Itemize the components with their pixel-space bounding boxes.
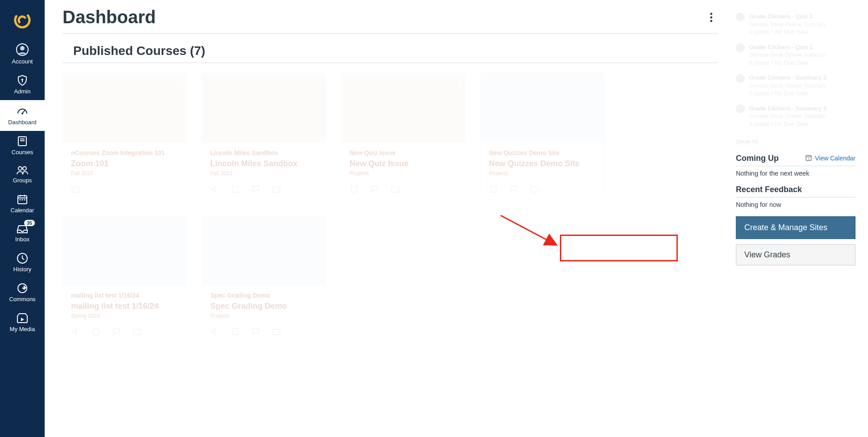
svg-point-45 <box>180 229 182 231</box>
announcement-icon[interactable] <box>71 327 80 336</box>
svg-point-30 <box>319 87 321 88</box>
svg-point-39 <box>598 84 600 86</box>
svg-point-49 <box>319 227 321 228</box>
card-options-icon[interactable] <box>180 81 182 90</box>
discussion-icon[interactable] <box>251 185 260 193</box>
todo-title: Grade Clickers - Summary 2 <box>749 74 826 82</box>
nav-calendar[interactable]: Calendar <box>0 189 45 219</box>
svg-point-34 <box>459 84 460 86</box>
nav-label: My Media <box>0 326 45 332</box>
recent-feedback-body: Nothing for now <box>736 201 855 208</box>
content-column: Dashboard Published Courses (7) nCourses… <box>63 7 736 437</box>
todo-item[interactable]: Grade Clickers - Quiz 1Service Desk Onli… <box>736 40 855 71</box>
folder-icon[interactable] <box>272 327 281 336</box>
global-nav: Account Admin Dashboard Courses Groups C… <box>0 0 45 437</box>
view-calendar-link[interactable]: 3 View Calendar <box>805 154 855 163</box>
assignment-icon[interactable] <box>231 185 240 193</box>
todo-item[interactable]: Grade Clickers - Quiz 1Service Desk Onli… <box>736 9 855 40</box>
card-subtitle: New Quiz Issue <box>350 159 457 168</box>
nav-label: Account <box>0 58 45 65</box>
nav-label: History <box>0 266 45 273</box>
show-all-link[interactable]: Show All <box>736 138 855 145</box>
course-card[interactable]: New Quizzes Demo Site New Quizzes Demo S… <box>480 73 605 200</box>
course-card[interactable]: nCourses Zoom Integration 101 Zoom 101 F… <box>63 73 187 200</box>
assignment-icon[interactable] <box>231 327 240 336</box>
card-options-icon[interactable] <box>598 81 600 90</box>
folder-icon[interactable] <box>530 185 539 193</box>
assignment-icon[interactable] <box>92 327 100 336</box>
assignment-icon[interactable] <box>350 185 359 193</box>
svg-point-33 <box>459 81 460 83</box>
folder-icon[interactable] <box>272 185 281 193</box>
svg-rect-52 <box>273 329 280 335</box>
svg-point-48 <box>319 224 321 226</box>
nav-my-media[interactable]: My Media <box>0 308 45 338</box>
nav-commons[interactable]: Commons <box>0 278 45 308</box>
card-options-icon[interactable] <box>180 224 182 233</box>
course-card[interactable]: Spec Grading Demo Spec Grading Demo Proj… <box>202 215 326 343</box>
card-term: Fall 2023 <box>210 170 317 176</box>
nav-label: Dashboard <box>0 119 45 126</box>
card-options-icon[interactable] <box>319 81 321 90</box>
card-options-icon[interactable] <box>459 81 460 90</box>
main: Dashboard Published Courses (7) nCourses… <box>45 0 868 437</box>
card-footer <box>202 324 326 342</box>
page-title: Dashboard <box>63 7 156 27</box>
discussion-icon[interactable] <box>509 185 518 193</box>
nav-account[interactable]: Account <box>0 38 45 70</box>
course-card[interactable]: Lincoln Miles Sandbox Lincoln Miles Sand… <box>202 73 326 200</box>
nav-groups[interactable]: Groups <box>0 161 45 189</box>
svg-point-24 <box>180 81 182 83</box>
dashboard-options-button[interactable] <box>705 11 718 24</box>
nav-history[interactable]: History <box>0 248 45 278</box>
todo-title: Grade Clickers - Quiz 1 <box>749 13 826 21</box>
svg-rect-51 <box>233 328 238 335</box>
course-card[interactable]: New Quiz Issue New Quiz Issue Projects <box>341 73 465 200</box>
card-title: Lincoln Miles Sandbox <box>210 149 317 156</box>
todo-dot-icon <box>736 43 745 52</box>
calendar-small-icon: 3 <box>805 154 812 163</box>
inbox-badge: 35 <box>24 220 35 226</box>
create-manage-sites-button[interactable]: Create & Manage Sites <box>736 216 855 239</box>
nav-label: Admin <box>0 88 45 95</box>
todo-dot-icon <box>736 13 745 21</box>
card-term: Projects <box>210 313 317 319</box>
svg-point-4 <box>21 79 23 80</box>
recent-feedback-heading: Recent Feedback <box>736 185 802 194</box>
folder-icon[interactable] <box>391 185 400 193</box>
view-grades-button[interactable]: View Grades <box>736 244 855 265</box>
card-title: nCourses Zoom Integration 101 <box>71 149 178 156</box>
discussion-icon[interactable] <box>112 327 121 336</box>
svg-point-22 <box>710 16 713 18</box>
svg-point-23 <box>710 20 713 22</box>
course-card[interactable]: mailing list test 1/16/24 mailing list t… <box>63 215 187 343</box>
announcement-icon[interactable] <box>210 185 219 193</box>
card-subtitle: New Quizzes Demo Site <box>489 159 596 168</box>
dashboard-header: Dashboard <box>63 7 718 34</box>
svg-rect-46 <box>93 328 99 335</box>
nav-inbox[interactable]: 35 Inbox <box>0 219 45 248</box>
folder-icon[interactable] <box>133 327 142 336</box>
announcement-icon[interactable] <box>210 327 219 336</box>
svg-rect-36 <box>351 186 357 192</box>
assignment-icon[interactable] <box>489 185 498 193</box>
todo-course: Service Desk Online Tutorials <box>749 82 826 90</box>
discussion-icon[interactable] <box>370 185 379 193</box>
recent-feedback-section: Recent Feedback Nothing for now <box>736 185 855 208</box>
todo-meta: 6 points • No Due Date <box>749 120 826 128</box>
todo-item[interactable]: Grade Clickers - Summary 3Service Desk O… <box>736 101 855 132</box>
app-logo <box>12 10 33 30</box>
nav-courses[interactable]: Courses <box>0 131 45 161</box>
discussion-icon[interactable] <box>251 327 260 336</box>
todo-item[interactable]: Grade Clickers - Summary 2Service Desk O… <box>736 70 855 101</box>
coming-up-heading: Coming Up <box>736 154 779 163</box>
share-icon <box>0 282 45 294</box>
section-heading: Published Courses (7) <box>63 42 718 63</box>
course-cards: nCourses Zoom Integration 101 Zoom 101 F… <box>63 73 718 343</box>
card-options-icon[interactable] <box>319 224 321 233</box>
nav-admin[interactable]: Admin <box>0 70 45 100</box>
folder-icon[interactable] <box>71 185 80 193</box>
nav-dashboard[interactable]: Dashboard <box>0 100 45 131</box>
todo-list: Grade Clickers - Quiz 1Service Desk Onli… <box>736 9 855 132</box>
card-subtitle: Lincoln Miles Sandbox <box>210 159 317 168</box>
